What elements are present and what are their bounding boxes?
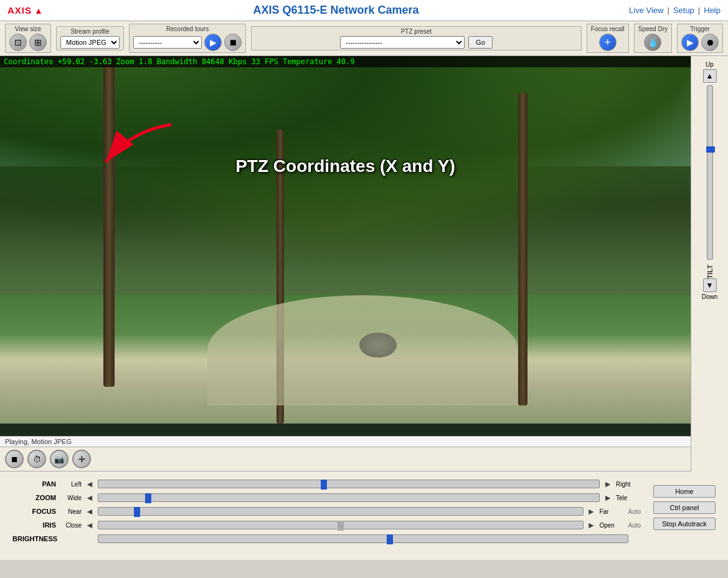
iris-left-arrow[interactable]: ◄ xyxy=(85,520,94,530)
stream-profile-group: Stream profile Motion JPEG H.264 MPEG-4 xyxy=(56,26,124,50)
recorded-tours-label: Recorded tours xyxy=(166,26,209,32)
recorded-tours-controls: ---------- ▶ ⏹ xyxy=(133,34,242,51)
stream-profile-label: Stream profile xyxy=(70,28,109,35)
stream-profile-select[interactable]: Motion JPEG H.264 MPEG-4 xyxy=(60,36,120,49)
view-size-full-btn[interactable]: ⊞ xyxy=(29,34,47,51)
speed-dry-group: Speed Dry 💧 xyxy=(634,24,672,53)
ptz-preset-label: PTZ preset xyxy=(401,28,432,35)
focus-recall-label: Focus recall xyxy=(591,26,625,32)
video-container[interactable]: Coordinates +59.02 -3.63 Zoom 1.8 Bandwi… xyxy=(0,56,691,436)
focus-right-arrow[interactable]: ► xyxy=(587,506,596,516)
trigger-start-btn[interactable]: ▶ xyxy=(681,34,699,51)
tree-trunk-1 xyxy=(103,56,115,387)
stop-autotrack-btn[interactable]: Stop Autotrack xyxy=(653,518,716,530)
iris-track[interactable] xyxy=(98,521,584,529)
axis-logo: AXIS ▲ xyxy=(7,5,43,16)
tours-stop-btn[interactable]: ⏹ xyxy=(224,34,242,51)
ptz-overlay-label: PTZ Coordinates (X and Y) xyxy=(235,156,455,176)
brightness-label: BRIGHTNESS xyxy=(12,535,56,542)
trigger-stop-btn[interactable]: ⏺ xyxy=(701,34,719,51)
focus-track[interactable] xyxy=(98,507,584,516)
video-canvas[interactable]: PTZ Coordinates (X and Y) xyxy=(0,56,691,424)
logo-text: AXIS xyxy=(7,5,32,16)
sliders-section: PAN Left ◄ ► Right ZOOM Wide ◄ ► Tele FO… xyxy=(12,479,641,547)
focus-auto-label: Auto xyxy=(628,508,641,515)
action-record-btn[interactable]: ⏱ xyxy=(27,450,46,468)
focus-thumb[interactable] xyxy=(134,507,140,517)
pan-track[interactable] xyxy=(98,480,600,488)
nav-sep-1: | xyxy=(667,6,669,15)
brightness-thumb[interactable] xyxy=(387,534,393,544)
buttons-section: Home Ctrl panel Stop Autotrack xyxy=(653,479,716,547)
focus-left-arrow[interactable]: ◄ xyxy=(85,506,94,516)
ctrl-panel-btn[interactable]: Ctrl panel xyxy=(653,501,716,514)
logo-triangle: ▲ xyxy=(34,6,43,16)
setup-link[interactable]: Setup xyxy=(673,6,694,15)
zoom-right-label: Tele xyxy=(616,495,641,501)
tilt-up-btn[interactable]: ▲ xyxy=(703,69,717,83)
pan-thumb[interactable] xyxy=(321,480,327,490)
focus-recall-add-btn[interactable]: + xyxy=(599,34,617,51)
tilt-track[interactable] xyxy=(707,85,713,260)
tilt-down-label: Down xyxy=(702,293,718,300)
view-size-fit-btn[interactable]: ⊡ xyxy=(9,34,27,51)
iris-row: IRIS Close ◄ ► Open Auto xyxy=(12,520,641,530)
brightness-track[interactable] xyxy=(98,534,628,543)
action-ptz-btn[interactable]: ✛ xyxy=(72,450,91,468)
help-link[interactable]: Help xyxy=(704,6,721,15)
rock xyxy=(359,333,397,358)
pan-right-label: Right xyxy=(616,481,641,488)
zoom-track[interactable] xyxy=(98,493,600,502)
focus-left-label: Near xyxy=(60,508,82,515)
tilt-thumb[interactable] xyxy=(706,146,715,153)
toolbar: View size ⊡ ⊞ Stream profile Motion JPEG… xyxy=(0,21,728,56)
action-snapshot-btn[interactable]: ⏹ xyxy=(5,450,24,468)
tilt-down-btn[interactable]: ▼ xyxy=(703,278,717,292)
focus-recall-group: Focus recall + xyxy=(587,24,629,53)
pan-right-arrow[interactable]: ► xyxy=(603,479,612,489)
focus-row: FOCUS Near ◄ ► Far Auto xyxy=(12,506,641,516)
ptz-preset-select[interactable]: ---------------- xyxy=(340,36,465,49)
pan-label: PAN xyxy=(12,480,56,488)
speed-dry-controls: 💧 xyxy=(644,34,661,51)
recorded-tours-select[interactable]: ---------- xyxy=(133,36,202,49)
pan-left-arrow[interactable]: ◄ xyxy=(85,479,94,489)
scene-background xyxy=(0,56,691,424)
pan-left-label: Left xyxy=(60,481,82,488)
main: Coordinates +59.02 -3.63 Zoom 1.8 Bandwi… xyxy=(0,56,728,471)
iris-label: IRIS xyxy=(12,521,56,529)
action-audio-btn[interactable]: 📷 xyxy=(50,450,69,468)
live-view-link[interactable]: Live View xyxy=(629,6,663,15)
ptz-go-btn[interactable]: Go xyxy=(468,36,493,49)
brightness-row: BRIGHTNESS ◄ ► xyxy=(12,534,641,544)
recorded-tours-group: Recorded tours ---------- ▶ ⏹ xyxy=(129,24,246,53)
zoom-left-arrow[interactable]: ◄ xyxy=(85,493,94,503)
ptz-preset-controls: ---------------- Go xyxy=(340,36,493,49)
trigger-group: Trigger ▶ ⏺ xyxy=(677,24,723,53)
status-bar: Playing, Motion JPEG xyxy=(0,436,691,447)
speed-dry-btn[interactable]: 💧 xyxy=(644,34,661,51)
home-btn[interactable]: Home xyxy=(653,485,716,498)
zoom-row: ZOOM Wide ◄ ► Tele xyxy=(12,493,641,503)
focus-label: FOCUS xyxy=(12,508,56,515)
tilt-up-label: Up xyxy=(706,61,714,68)
trigger-controls: ▶ ⏺ xyxy=(681,34,719,51)
focus-recall-controls: + xyxy=(599,34,617,51)
iris-thumb[interactable] xyxy=(338,521,344,531)
iris-right-arrow[interactable]: ► xyxy=(587,520,596,530)
ptz-preset-group: PTZ preset ---------------- Go xyxy=(251,26,582,50)
trigger-label: Trigger xyxy=(690,26,709,32)
iris-right-label: Open xyxy=(599,522,624,529)
zoom-thumb[interactable] xyxy=(145,493,151,503)
video-coordinates-bar: Coordinates +59.02 -3.63 Zoom 1.8 Bandwi… xyxy=(0,56,691,67)
tilt-section: Up ▲ TILT ▼ Down xyxy=(691,56,728,471)
view-size-group: View size ⊡ ⊞ xyxy=(5,24,51,53)
zoom-right-arrow[interactable]: ► xyxy=(603,493,612,503)
tours-play-btn[interactable]: ▶ xyxy=(204,34,222,51)
zoom-label: ZOOM xyxy=(12,494,56,501)
view-size-label: View size xyxy=(15,26,41,32)
page-title: AXIS Q6115-E Network Camera xyxy=(43,4,629,17)
tilt-slider-container xyxy=(707,85,713,260)
video-section: Coordinates +59.02 -3.63 Zoom 1.8 Bandwi… xyxy=(0,56,691,471)
iris-auto-label: Auto xyxy=(628,522,641,529)
